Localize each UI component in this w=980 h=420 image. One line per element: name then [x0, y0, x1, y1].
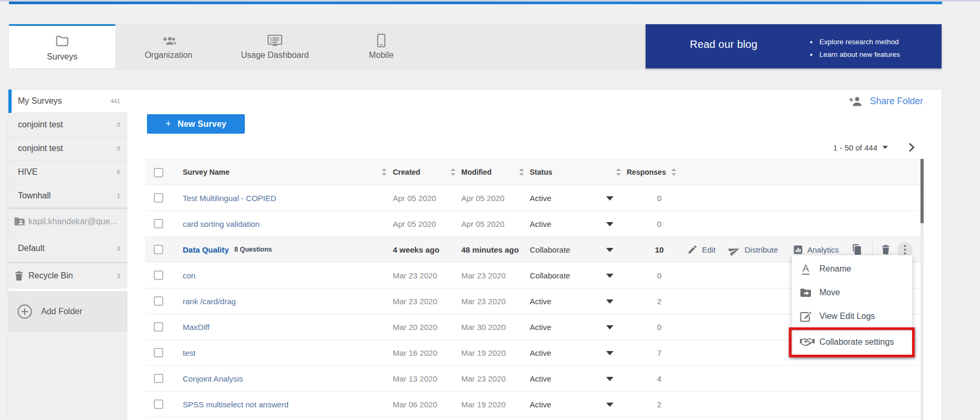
survey-name-link[interactable]: Test Multilingual - COPIED [183, 185, 276, 211]
status-cell: Active [530, 185, 551, 211]
sidebar-item-label: Default [18, 244, 45, 253]
row-checkbox[interactable] [154, 193, 163, 203]
created-cell: Mar 23 2020 [393, 288, 437, 314]
tab-mobile[interactable]: Mobile [328, 24, 434, 68]
survey-name-link[interactable]: con [183, 263, 195, 288]
column-header-modified[interactable]: Modified [461, 159, 492, 185]
responses-cell: 0 [638, 314, 680, 339]
select-all-checkbox[interactable] [154, 168, 163, 177]
row-checkbox[interactable] [154, 296, 163, 306]
survey-row: card sorting validationApr 05 2020 Apr 0… [145, 211, 920, 237]
sidebar-item-count: 1 [117, 193, 120, 199]
sidebar-item-label: HIVE [18, 167, 37, 177]
status-dropdown-caret[interactable] [606, 403, 613, 407]
tab-label: Usage Dashboard [222, 51, 328, 60]
row-checkbox[interactable] [154, 219, 163, 228]
table-scrollbar[interactable] [920, 159, 924, 420]
sidebar-item-townhall[interactable]: Townhall 1 [8, 184, 127, 208]
distribute-action[interactable]: Distribute [728, 237, 778, 262]
survey-name-link[interactable]: SPSS multiselect not answerd [183, 392, 289, 417]
blog-banner[interactable]: Read our blog Explore research method Le… [646, 24, 942, 68]
annotation-highlight-box [789, 327, 915, 357]
sidebar-item-my-surveys[interactable]: My Surveys 441 [8, 89, 127, 113]
menu-item-view-edit-logs[interactable]: View Edit Logs [792, 304, 912, 328]
status-cell: Active [530, 340, 551, 365]
sidebar-item-conjoint-test-1[interactable]: conjoint test 0 [8, 113, 127, 137]
add-folder-button[interactable]: Add Folder [8, 291, 127, 332]
status-dropdown-caret[interactable] [606, 377, 613, 381]
sidebar-item-hive[interactable]: HIVE 6 [8, 161, 127, 184]
status-dropdown-caret[interactable] [606, 325, 613, 329]
sidebar-item-default[interactable]: Default 3 [8, 235, 127, 262]
row-checkbox[interactable] [154, 245, 163, 254]
created-cell: Mar 13 2020 [393, 366, 437, 391]
column-header-responses[interactable]: Responses [627, 159, 666, 185]
folder-icon [9, 33, 115, 49]
status-dropdown-caret[interactable] [606, 196, 613, 201]
dashboard-icon [222, 33, 328, 48]
row-checkbox[interactable] [154, 271, 163, 280]
sort-icon[interactable] [382, 168, 387, 176]
responses-cell: 4 [638, 366, 680, 391]
shared-folder-icon [14, 216, 25, 227]
sort-icon[interactable] [671, 168, 676, 176]
menu-item-move[interactable]: Move [792, 281, 912, 304]
pagination-next-button[interactable] [907, 142, 916, 153]
tab-label: Organization [115, 51, 222, 60]
sidebar-item-conjoint-test-2[interactable]: conjoint test 0 [8, 137, 127, 161]
row-checkbox[interactable] [154, 374, 163, 383]
menu-item-rename[interactable]: A Rename [792, 257, 912, 281]
new-survey-button[interactable]: + New Survey [147, 114, 245, 134]
status-cell: Collaborate [530, 263, 570, 288]
sidebar-item-label: conjoint test [18, 120, 63, 129]
modified-cell: Mar 23 2020 [461, 366, 506, 391]
created-cell: Apr 05 2020 [393, 185, 436, 211]
tab-surveys[interactable]: Surveys [9, 24, 115, 68]
modified-cell: Mar 19 2020 [461, 340, 506, 365]
banner-bullet: Learn about new features [810, 48, 900, 61]
add-folder-label: Add Folder [41, 307, 82, 316]
survey-name-link[interactable]: MaxDiff [183, 314, 210, 339]
status-dropdown-caret[interactable] [606, 274, 613, 278]
status-dropdown-caret[interactable] [606, 351, 613, 355]
column-header-survey-name[interactable]: Survey Name [183, 159, 230, 185]
sidebar-item-shared-account[interactable]: kapil.khandekar@que... [8, 209, 127, 235]
status-dropdown-caret[interactable] [606, 299, 613, 304]
row-checkbox[interactable] [154, 322, 163, 332]
banner-title: Read our blog [690, 38, 806, 51]
sidebar-item-label: My Surveys [18, 96, 62, 106]
trash-icon [15, 271, 23, 281]
survey-name-link[interactable]: test [183, 340, 195, 365]
analytics-icon [793, 245, 803, 255]
survey-name-link[interactable]: Conjoint Analysis [183, 366, 243, 391]
sort-icon[interactable] [616, 168, 621, 176]
sort-icon[interactable] [519, 168, 524, 176]
status-cell: Active [530, 392, 551, 417]
banner-bullet-list: Explore research method Learn about new … [810, 36, 900, 61]
status-dropdown-caret[interactable] [606, 222, 613, 226]
sort-icon[interactable] [451, 168, 456, 176]
column-header-status[interactable]: Status [530, 159, 552, 185]
survey-name-link[interactable]: Data Quality [183, 237, 229, 262]
plus-icon: + [165, 118, 171, 129]
row-checkbox[interactable] [154, 348, 163, 357]
row-checkbox[interactable] [154, 399, 163, 409]
survey-name-link[interactable]: card sorting validation [183, 211, 260, 236]
share-folder-button[interactable]: Share Folder [849, 94, 923, 108]
status-cell: Active [530, 314, 551, 339]
responses-cell: 2 [638, 288, 680, 314]
status-dropdown-caret[interactable] [606, 248, 613, 252]
scrollbar-thumb[interactable] [920, 159, 924, 223]
created-cell: Apr 05 2020 [393, 211, 436, 236]
survey-row: SPSS multiselect not answerdMar 06 2020 … [145, 392, 920, 417]
tab-usage-dashboard[interactable]: Usage Dashboard [222, 24, 328, 68]
created-cell: Mar 23 2020 [393, 263, 437, 288]
modified-cell: Mar 19 2020 [461, 392, 506, 417]
column-header-created[interactable]: Created [393, 159, 420, 185]
pagination-dropdown-caret[interactable] [883, 146, 888, 149]
edit-action[interactable]: Edit [687, 237, 716, 262]
survey-name-link[interactable]: rank /card/drag [183, 288, 236, 314]
tab-organization[interactable]: Organization [115, 24, 222, 68]
pencil-icon [687, 244, 698, 255]
sidebar-item-recycle-bin[interactable]: Recycle Bin 3 [8, 263, 127, 288]
